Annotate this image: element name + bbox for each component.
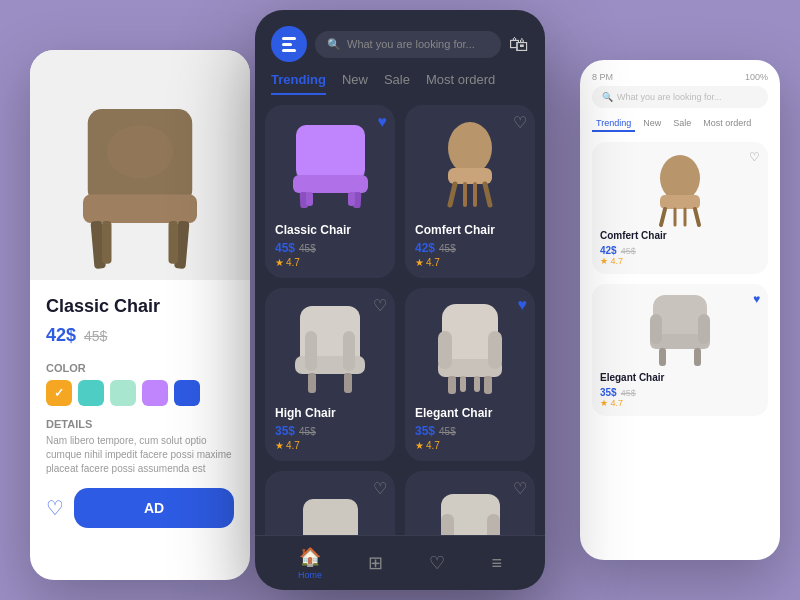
tab-new[interactable]: New [342,72,368,95]
item-img-comfert [415,115,525,215]
item-img-classic [275,115,385,215]
svg-rect-30 [484,376,492,394]
item-classic-chair[interactable]: ♥ Classic Chair 45$ 45$ ★ 4.7 [265,105,395,278]
item-heart-5[interactable]: ♡ [373,479,387,498]
item-heart-classic[interactable]: ♥ [378,113,388,131]
add-button[interactable]: AD [74,488,234,528]
tab-sale[interactable]: Sale [384,72,410,95]
footer-grid[interactable]: ⊞ [368,552,383,574]
swatch-teal[interactable] [78,380,104,406]
right-heart-comfert[interactable]: ♡ [749,150,760,164]
item-chair-5[interactable]: ♡ Chair 28$ 38$ ★ 4.5 [265,471,395,535]
svg-rect-7 [296,125,365,180]
search-icon: 🔍 [327,38,341,51]
swatch-mint[interactable] [110,380,136,406]
right-item-comfert[interactable]: ♡ Comfert Chair 42$ 45$ ★ 4.7 [592,142,768,274]
logo [271,26,307,62]
svg-rect-33 [303,499,358,536]
right-tab-trending[interactable]: Trending [592,116,635,132]
item-heart-high[interactable]: ♡ [373,296,387,315]
left-card-content: Classic Chair 42$ 45$ COLOR DETAILS Nam … [30,280,250,544]
item-price-comfert: 42$ 45$ [415,241,525,255]
svg-rect-23 [308,373,316,393]
right-tab-new[interactable]: New [639,116,665,132]
logo-bar-3 [282,49,296,52]
cart-icon[interactable]: 🛍 [509,33,529,56]
svg-rect-28 [488,331,502,369]
footer-wishlist[interactable]: ♡ [429,552,445,574]
right-items: ♡ Comfert Chair 42$ 45$ ★ 4.7 ♥ [592,142,768,416]
tab-most-ordered[interactable]: Most orderd [426,72,495,95]
right-img-comfert [600,150,760,230]
svg-rect-12 [348,192,355,206]
item-heart-elegant[interactable]: ♥ [518,296,528,314]
svg-rect-1 [83,195,197,224]
footer-menu[interactable]: ≡ [491,553,502,574]
left-price-new: 42$ [46,325,76,346]
search-bar[interactable]: 🔍 What you are looking for... [315,31,501,58]
grid-icon: ⊞ [368,552,383,574]
right-item-elegant[interactable]: ♥ Elegant Chair 35$ 45$ ★ 4.7 [592,284,768,416]
item-img-5 [275,481,385,535]
right-card: 8 PM 100% 🔍 What you are looking for... … [580,60,780,560]
swatch-blue[interactable] [174,380,200,406]
svg-point-6 [107,125,174,178]
right-star-comfert: ★ 4.7 [600,256,760,266]
item-price-classic: 45$ 45$ [275,241,385,255]
favorite-icon[interactable]: ♡ [46,496,64,520]
right-search-text: What you are looking for... [617,92,722,102]
svg-rect-39 [441,514,454,536]
right-tab-sale[interactable]: Sale [669,116,695,132]
svg-rect-8 [293,175,368,193]
swatch-yellow[interactable] [46,380,72,406]
right-heart-elegant[interactable]: ♥ [753,292,760,306]
item-rating-classic: ★ 4.7 [275,257,385,268]
right-title-elegant: Elegant Chair [600,372,760,383]
right-tab-most[interactable]: Most orderd [699,116,755,132]
svg-rect-21 [305,331,317,371]
item-rating-elegant: ★ 4.7 [415,440,525,451]
details-text: Nam libero tempore, cum solut optio cumq… [46,434,234,476]
center-footer: 🏠 Home ⊞ ♡ ≡ [255,535,545,590]
item-price-high: 35$ 45$ [275,424,385,438]
svg-rect-11 [306,192,313,206]
item-chair-6[interactable]: ♡ Wing Chair 55$ 65$ ★ 4.8 [405,471,535,535]
right-status: 8 PM 100% [592,72,768,82]
svg-line-16 [485,184,490,205]
center-header: 🔍 What you are looking for... 🛍 [255,10,545,62]
left-chair-title: Classic Chair [46,296,234,317]
svg-rect-53 [659,348,666,366]
left-chair-image [30,50,250,280]
color-label: COLOR [46,362,234,374]
item-comfert-chair[interactable]: ♡ Comfert Chair 42$ 45$ ★ 4.7 [405,105,535,278]
product-grid: ♥ Classic Chair 45$ 45$ ★ 4.7 [255,95,545,535]
color-section: COLOR [46,362,234,406]
item-title-classic: Classic Chair [275,223,385,237]
svg-rect-27 [438,331,452,369]
logo-bar-1 [282,37,296,40]
star-icon: ★ [415,440,424,451]
item-img-6 [415,481,525,535]
footer-home[interactable]: 🏠 Home [298,546,322,580]
item-high-chair[interactable]: ♡ High Chair 35$ 45$ ★ 4.7 [265,288,395,461]
right-price-comfert: 42$ 45$ [600,245,760,256]
item-heart-6[interactable]: ♡ [513,479,527,498]
item-elegant-chair[interactable]: ♥ Elegant Chair 35$ 45$ ★ 4.7 [405,288,535,461]
right-search[interactable]: 🔍 What you are looking for... [592,86,768,108]
right-img-elegant [600,292,760,372]
swatch-purple[interactable] [142,380,168,406]
svg-rect-29 [448,376,456,394]
right-tabs: Trending New Sale Most orderd [592,116,768,132]
item-heart-comfert[interactable]: ♡ [513,113,527,132]
svg-rect-40 [487,514,500,536]
svg-rect-24 [344,373,352,393]
right-price-elegant: 35$ 45$ [600,387,760,398]
item-price-elegant: 35$ 45$ [415,424,525,438]
svg-rect-32 [474,376,480,392]
svg-rect-22 [343,331,355,371]
item-img-high [275,298,385,398]
svg-line-46 [695,209,699,225]
details-label: DETAILS [46,418,234,430]
menu-icon: ≡ [491,553,502,574]
tab-trending[interactable]: Trending [271,72,326,95]
